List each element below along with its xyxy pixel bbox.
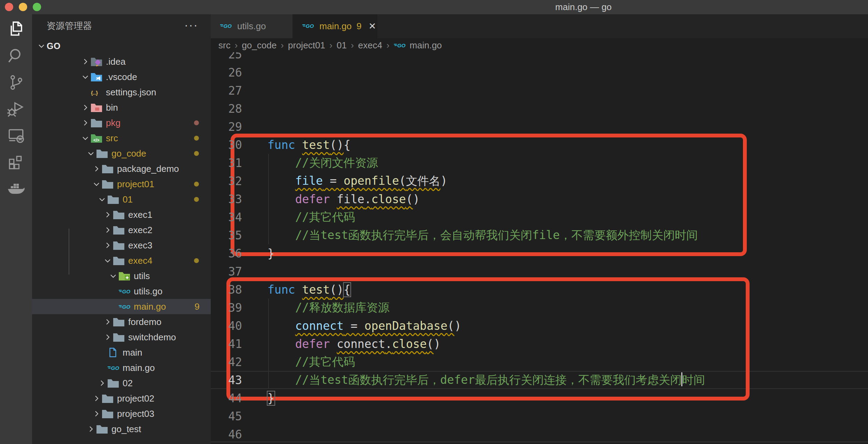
- tree-item-label: exec3: [128, 240, 152, 251]
- tree-item-package_demo[interactable]: package_demo: [32, 161, 211, 176]
- tree-item-label: main.go: [134, 301, 166, 312]
- line-number: 41: [211, 337, 246, 351]
- code-line-44: 44}: [211, 389, 868, 407]
- code-text: func test(){: [268, 283, 350, 296]
- tab-label: main.go: [319, 21, 352, 32]
- tree-item-label: exec4: [128, 255, 152, 266]
- tree-item-exec4[interactable]: exec4: [32, 253, 211, 268]
- tree-item-main[interactable]: main: [32, 345, 211, 360]
- breadcrumb-item-go_code[interactable]: go_code: [242, 40, 277, 51]
- close-icon[interactable]: ✕: [369, 21, 376, 32]
- svg-text:GO: GO: [111, 365, 119, 371]
- tree-item-exec2[interactable]: exec2: [32, 222, 211, 238]
- tree-item-label: settings.json: [106, 87, 156, 98]
- tree-item-bin[interactable]: bin: [32, 100, 211, 115]
- code-line-42: 42 //其它代码: [211, 353, 868, 371]
- tree-item-project03[interactable]: project03: [32, 406, 211, 421]
- line-number: 44: [211, 391, 246, 405]
- tree-item-project01[interactable]: project01: [32, 176, 211, 192]
- breadcrumb: src›go_code›project01›01›exec4›GOmain.go: [211, 38, 868, 52]
- tree-item-utils[interactable]: utils: [32, 268, 211, 284]
- code-text: }: [268, 391, 274, 405]
- line-number: 45: [211, 410, 246, 423]
- tree-item-label: switchdemo: [128, 332, 176, 343]
- breadcrumb-item-src[interactable]: src: [218, 40, 231, 51]
- breadcrumb-item-main.go[interactable]: GOmain.go: [394, 40, 442, 51]
- tree-item-settings.json[interactable]: {..}settings.json: [32, 85, 211, 100]
- svg-text:GO: GO: [397, 42, 406, 48]
- docker-icon[interactable]: [0, 175, 32, 201]
- tree-item-.vscode[interactable]: .vscode: [32, 69, 211, 85]
- line-number: 43: [211, 373, 246, 387]
- chevron-right-icon: [91, 394, 102, 403]
- code-line-35: 35 //当test函数执行完毕后，会自动帮我们关闭file，不需要额外控制关闭…: [211, 226, 868, 244]
- tree-item-fordemo[interactable]: fordemo: [32, 314, 211, 330]
- tree-item-src[interactable]: </>src: [32, 130, 211, 146]
- tree-item-pkg[interactable]: pkg: [32, 115, 211, 130]
- code-line-46: 46: [211, 425, 868, 443]
- line-number: 31: [211, 156, 246, 170]
- source-control-icon[interactable]: [0, 69, 32, 96]
- search-icon[interactable]: [0, 43, 32, 69]
- chevron-right-icon: [80, 57, 91, 66]
- maximize-window-button[interactable]: [33, 3, 41, 11]
- code-editor[interactable]: 252627282930func test(){31 //关闭文件资源32 fi…: [211, 52, 868, 444]
- close-window-button[interactable]: [5, 3, 13, 11]
- tree-item-exec1[interactable]: exec1: [32, 207, 211, 222]
- tree-item-utils.go[interactable]: GOutils.go: [32, 284, 211, 299]
- breadcrumb-separator: ›: [235, 40, 238, 51]
- minimize-window-button[interactable]: [19, 3, 27, 11]
- ellipsis-icon[interactable]: ···: [184, 14, 198, 37]
- tree-item-02[interactable]: 02: [32, 375, 211, 391]
- chevron-right-icon: [91, 409, 102, 418]
- remote-icon[interactable]: [0, 122, 32, 149]
- tree-item-01[interactable]: 01: [32, 192, 211, 207]
- explorer-icon[interactable]: [0, 16, 32, 43]
- debug-icon[interactable]: [0, 96, 32, 122]
- tree-item-go_test[interactable]: go_test: [32, 421, 211, 437]
- code-text: //其它代码: [268, 209, 355, 225]
- tab-utils.go[interactable]: GOutils.go: [211, 14, 293, 38]
- chevron-right-icon: [102, 317, 113, 326]
- tab-main.go[interactable]: GOmain.go9✕: [293, 14, 377, 38]
- chevron-right-icon: [80, 103, 91, 112]
- sidebar-header: 资源管理器 ···: [32, 14, 211, 37]
- breadcrumb-item-project01[interactable]: project01: [288, 40, 325, 51]
- code-line-45: 45: [211, 407, 868, 425]
- folder-icon: [113, 209, 127, 220]
- folder-icon: [113, 255, 127, 266]
- chevron-down-icon: [36, 41, 47, 50]
- extensions-icon[interactable]: [0, 149, 32, 175]
- section-header-go[interactable]: GO: [32, 38, 211, 54]
- tree-item-go_code[interactable]: go_code: [32, 146, 211, 161]
- line-number: 30: [211, 138, 246, 152]
- section-label: GO: [47, 41, 61, 51]
- tree-item-label: .vscode: [106, 72, 137, 82]
- tree-item-label: main.go: [123, 363, 155, 373]
- tree-item-switchdemo[interactable]: switchdemo: [32, 330, 211, 345]
- tree-item-label: fordemo: [128, 317, 161, 327]
- tree-item-project02[interactable]: project02: [32, 391, 211, 406]
- code-line-29: 29: [211, 118, 868, 136]
- go-file-icon: GO: [394, 41, 407, 49]
- line-number: 25: [211, 52, 246, 61]
- chevron-down-icon: [97, 195, 107, 204]
- tree-item-label: bin: [106, 102, 118, 113]
- folder-utils-icon: [118, 271, 132, 281]
- chevron-down-icon: [86, 149, 96, 158]
- tree-item-label: src: [106, 133, 118, 144]
- line-number: 39: [211, 301, 246, 315]
- folder-idea-icon: [91, 56, 104, 67]
- file-icon: [107, 347, 121, 358]
- breadcrumb-item-01[interactable]: 01: [336, 40, 347, 51]
- tree-item-exec3[interactable]: exec3: [32, 238, 211, 253]
- breadcrumb-label: project01: [288, 40, 325, 51]
- tree-item-label: package_demo: [117, 164, 179, 174]
- tree-item-.idea[interactable]: .idea: [32, 54, 211, 69]
- code-line-33: 33 defer file.close(): [211, 190, 868, 208]
- problems-badge: 9: [195, 301, 200, 312]
- tree-item-label: 01: [123, 194, 133, 205]
- tree-item-main.go[interactable]: GOmain.go9: [32, 299, 211, 314]
- breadcrumb-item-exec4[interactable]: exec4: [358, 40, 382, 51]
- tree-item-main.go[interactable]: GOmain.go: [32, 360, 211, 375]
